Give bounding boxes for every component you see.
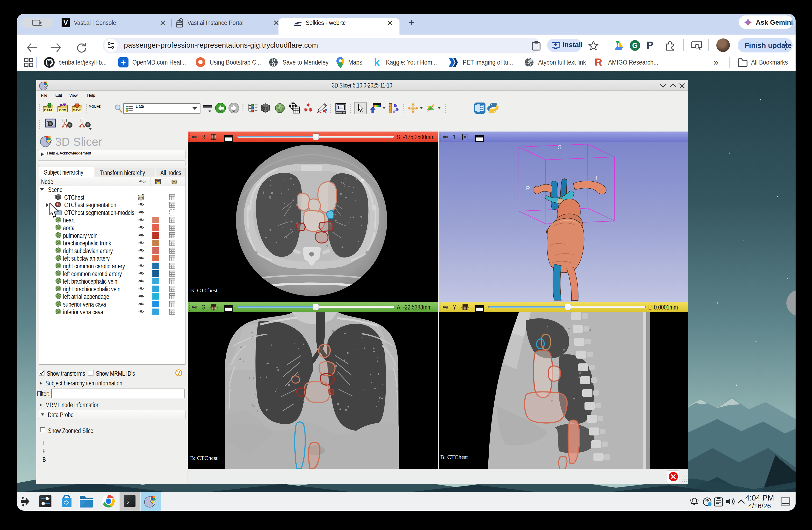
svg-text:L: L <box>596 175 599 181</box>
svg-text:B: CTChest: B: CTChest <box>440 454 468 460</box>
svg-text:S: S <box>558 144 562 150</box>
svg-text:SAVE: SAVE <box>73 108 82 112</box>
svg-text:R: R <box>526 185 530 192</box>
svg-text:B: CTChest: B: CTChest <box>190 455 218 461</box>
svg-text:B: CTChest: B: CTChest <box>190 287 218 294</box>
svg-text:DATA: DATA <box>44 108 53 112</box>
svg-text:DCM: DCM <box>59 108 67 112</box>
